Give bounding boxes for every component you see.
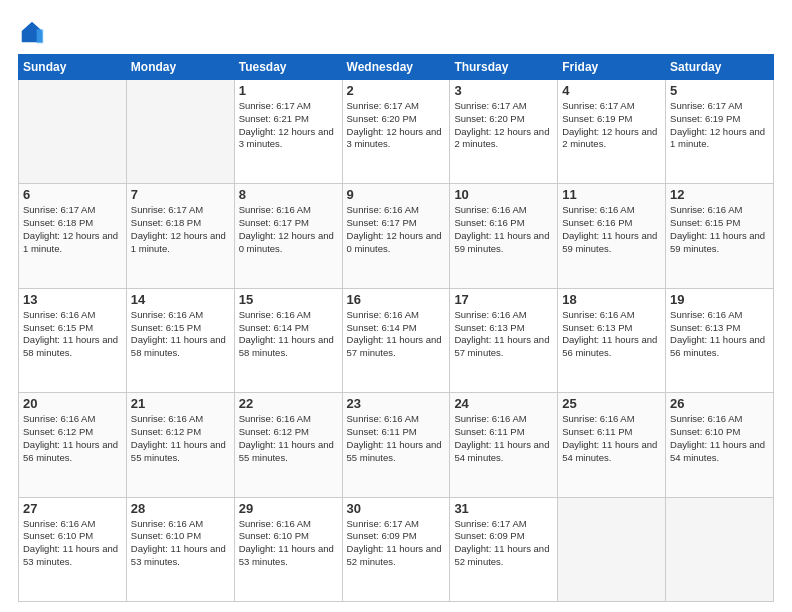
day-number: 16: [347, 292, 446, 307]
calendar-cell: 8Sunrise: 6:16 AM Sunset: 6:17 PM Daylig…: [234, 184, 342, 288]
calendar-cell: 21Sunrise: 6:16 AM Sunset: 6:12 PM Dayli…: [126, 393, 234, 497]
day-number: 1: [239, 83, 338, 98]
day-info: Sunrise: 6:17 AM Sunset: 6:20 PM Dayligh…: [347, 100, 446, 151]
day-info: Sunrise: 6:16 AM Sunset: 6:15 PM Dayligh…: [23, 309, 122, 360]
calendar-cell: 17Sunrise: 6:16 AM Sunset: 6:13 PM Dayli…: [450, 288, 558, 392]
day-number: 10: [454, 187, 553, 202]
logo: [18, 18, 50, 46]
weekday-header-tuesday: Tuesday: [234, 55, 342, 80]
day-number: 9: [347, 187, 446, 202]
calendar-cell: 7Sunrise: 6:17 AM Sunset: 6:18 PM Daylig…: [126, 184, 234, 288]
day-info: Sunrise: 6:17 AM Sunset: 6:18 PM Dayligh…: [131, 204, 230, 255]
weekday-header-sunday: Sunday: [19, 55, 127, 80]
day-number: 12: [670, 187, 769, 202]
calendar-cell: 25Sunrise: 6:16 AM Sunset: 6:11 PM Dayli…: [558, 393, 666, 497]
calendar-cell: 4Sunrise: 6:17 AM Sunset: 6:19 PM Daylig…: [558, 80, 666, 184]
day-number: 27: [23, 501, 122, 516]
day-info: Sunrise: 6:17 AM Sunset: 6:21 PM Dayligh…: [239, 100, 338, 151]
day-info: Sunrise: 6:16 AM Sunset: 6:10 PM Dayligh…: [670, 413, 769, 464]
calendar-cell: [558, 497, 666, 601]
page: SundayMondayTuesdayWednesdayThursdayFrid…: [0, 0, 792, 612]
day-number: 4: [562, 83, 661, 98]
calendar-cell: 13Sunrise: 6:16 AM Sunset: 6:15 PM Dayli…: [19, 288, 127, 392]
day-number: 26: [670, 396, 769, 411]
day-info: Sunrise: 6:17 AM Sunset: 6:09 PM Dayligh…: [347, 518, 446, 569]
day-info: Sunrise: 6:16 AM Sunset: 6:13 PM Dayligh…: [670, 309, 769, 360]
day-info: Sunrise: 6:17 AM Sunset: 6:19 PM Dayligh…: [670, 100, 769, 151]
calendar-cell: 1Sunrise: 6:17 AM Sunset: 6:21 PM Daylig…: [234, 80, 342, 184]
week-row-1: 1Sunrise: 6:17 AM Sunset: 6:21 PM Daylig…: [19, 80, 774, 184]
day-number: 13: [23, 292, 122, 307]
calendar-cell: 10Sunrise: 6:16 AM Sunset: 6:16 PM Dayli…: [450, 184, 558, 288]
day-number: 19: [670, 292, 769, 307]
weekday-header-friday: Friday: [558, 55, 666, 80]
calendar-cell: 16Sunrise: 6:16 AM Sunset: 6:14 PM Dayli…: [342, 288, 450, 392]
week-row-3: 13Sunrise: 6:16 AM Sunset: 6:15 PM Dayli…: [19, 288, 774, 392]
day-number: 28: [131, 501, 230, 516]
day-number: 15: [239, 292, 338, 307]
day-number: 6: [23, 187, 122, 202]
weekday-header-thursday: Thursday: [450, 55, 558, 80]
day-number: 2: [347, 83, 446, 98]
day-info: Sunrise: 6:16 AM Sunset: 6:17 PM Dayligh…: [347, 204, 446, 255]
day-info: Sunrise: 6:16 AM Sunset: 6:12 PM Dayligh…: [23, 413, 122, 464]
day-number: 23: [347, 396, 446, 411]
calendar-cell: [666, 497, 774, 601]
day-info: Sunrise: 6:16 AM Sunset: 6:10 PM Dayligh…: [239, 518, 338, 569]
day-number: 14: [131, 292, 230, 307]
day-number: 5: [670, 83, 769, 98]
calendar-cell: 18Sunrise: 6:16 AM Sunset: 6:13 PM Dayli…: [558, 288, 666, 392]
calendar-cell: 19Sunrise: 6:16 AM Sunset: 6:13 PM Dayli…: [666, 288, 774, 392]
day-number: 29: [239, 501, 338, 516]
calendar-cell: [126, 80, 234, 184]
day-info: Sunrise: 6:17 AM Sunset: 6:18 PM Dayligh…: [23, 204, 122, 255]
day-number: 20: [23, 396, 122, 411]
calendar-cell: 14Sunrise: 6:16 AM Sunset: 6:15 PM Dayli…: [126, 288, 234, 392]
calendar-table: SundayMondayTuesdayWednesdayThursdayFrid…: [18, 54, 774, 602]
day-info: Sunrise: 6:16 AM Sunset: 6:16 PM Dayligh…: [562, 204, 661, 255]
calendar-cell: 6Sunrise: 6:17 AM Sunset: 6:18 PM Daylig…: [19, 184, 127, 288]
week-row-5: 27Sunrise: 6:16 AM Sunset: 6:10 PM Dayli…: [19, 497, 774, 601]
calendar-cell: 29Sunrise: 6:16 AM Sunset: 6:10 PM Dayli…: [234, 497, 342, 601]
calendar-cell: 3Sunrise: 6:17 AM Sunset: 6:20 PM Daylig…: [450, 80, 558, 184]
calendar-cell: 9Sunrise: 6:16 AM Sunset: 6:17 PM Daylig…: [342, 184, 450, 288]
day-number: 30: [347, 501, 446, 516]
calendar-cell: 2Sunrise: 6:17 AM Sunset: 6:20 PM Daylig…: [342, 80, 450, 184]
day-info: Sunrise: 6:16 AM Sunset: 6:11 PM Dayligh…: [454, 413, 553, 464]
day-info: Sunrise: 6:16 AM Sunset: 6:13 PM Dayligh…: [562, 309, 661, 360]
calendar-cell: 31Sunrise: 6:17 AM Sunset: 6:09 PM Dayli…: [450, 497, 558, 601]
logo-icon: [18, 18, 46, 46]
day-info: Sunrise: 6:16 AM Sunset: 6:13 PM Dayligh…: [454, 309, 553, 360]
day-number: 11: [562, 187, 661, 202]
calendar-cell: 30Sunrise: 6:17 AM Sunset: 6:09 PM Dayli…: [342, 497, 450, 601]
day-number: 3: [454, 83, 553, 98]
calendar-cell: 20Sunrise: 6:16 AM Sunset: 6:12 PM Dayli…: [19, 393, 127, 497]
day-info: Sunrise: 6:16 AM Sunset: 6:10 PM Dayligh…: [131, 518, 230, 569]
calendar-cell: 24Sunrise: 6:16 AM Sunset: 6:11 PM Dayli…: [450, 393, 558, 497]
calendar-cell: 12Sunrise: 6:16 AM Sunset: 6:15 PM Dayli…: [666, 184, 774, 288]
day-info: Sunrise: 6:16 AM Sunset: 6:16 PM Dayligh…: [454, 204, 553, 255]
weekday-header-row: SundayMondayTuesdayWednesdayThursdayFrid…: [19, 55, 774, 80]
calendar-cell: 23Sunrise: 6:16 AM Sunset: 6:11 PM Dayli…: [342, 393, 450, 497]
calendar-cell: 28Sunrise: 6:16 AM Sunset: 6:10 PM Dayli…: [126, 497, 234, 601]
day-number: 18: [562, 292, 661, 307]
header: [18, 18, 774, 46]
day-info: Sunrise: 6:16 AM Sunset: 6:10 PM Dayligh…: [23, 518, 122, 569]
weekday-header-monday: Monday: [126, 55, 234, 80]
weekday-header-saturday: Saturday: [666, 55, 774, 80]
day-info: Sunrise: 6:16 AM Sunset: 6:14 PM Dayligh…: [239, 309, 338, 360]
day-number: 24: [454, 396, 553, 411]
day-info: Sunrise: 6:16 AM Sunset: 6:11 PM Dayligh…: [347, 413, 446, 464]
day-info: Sunrise: 6:16 AM Sunset: 6:11 PM Dayligh…: [562, 413, 661, 464]
day-number: 8: [239, 187, 338, 202]
week-row-2: 6Sunrise: 6:17 AM Sunset: 6:18 PM Daylig…: [19, 184, 774, 288]
day-info: Sunrise: 6:17 AM Sunset: 6:09 PM Dayligh…: [454, 518, 553, 569]
day-info: Sunrise: 6:16 AM Sunset: 6:17 PM Dayligh…: [239, 204, 338, 255]
day-number: 7: [131, 187, 230, 202]
day-number: 21: [131, 396, 230, 411]
day-info: Sunrise: 6:16 AM Sunset: 6:12 PM Dayligh…: [131, 413, 230, 464]
week-row-4: 20Sunrise: 6:16 AM Sunset: 6:12 PM Dayli…: [19, 393, 774, 497]
day-number: 31: [454, 501, 553, 516]
calendar-cell: 22Sunrise: 6:16 AM Sunset: 6:12 PM Dayli…: [234, 393, 342, 497]
weekday-header-wednesday: Wednesday: [342, 55, 450, 80]
